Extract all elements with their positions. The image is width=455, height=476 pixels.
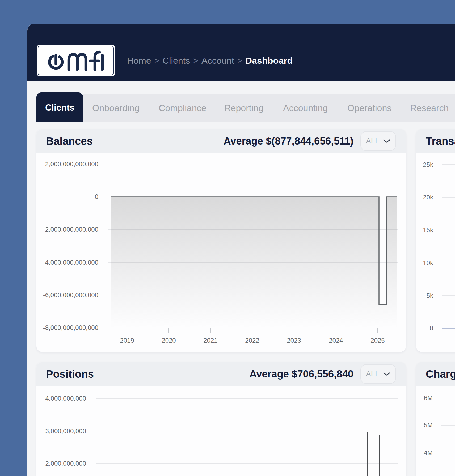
svg-text:5M: 5M [424,422,433,429]
svg-text:2022: 2022 [245,337,259,344]
svg-text:5k: 5k [427,292,433,299]
svg-text:2,000,000,000,000: 2,000,000,000,000 [45,160,98,168]
svg-text:2019: 2019 [120,337,134,344]
svg-text:0: 0 [95,193,98,200]
svg-text:-8,000,000,000,000: -8,000,000,000,000 [43,324,98,331]
svg-text:20k: 20k [423,194,433,201]
svg-text:-6,000,000,000,000: -6,000,000,000,000 [43,291,98,299]
svg-text:25k: 25k [423,161,433,168]
svg-text:2023: 2023 [287,337,301,344]
svg-text:2020: 2020 [162,337,176,344]
svg-text:2,000,000,000: 2,000,000,000 [45,460,86,467]
svg-text:2021: 2021 [203,337,217,344]
svg-text:0: 0 [430,325,433,332]
svg-text:15k: 15k [423,226,433,233]
svg-text:2025: 2025 [370,337,385,344]
svg-text:2024: 2024 [329,337,343,344]
svg-text:3,000,000,000: 3,000,000,000 [45,427,86,435]
svg-text:-4,000,000,000,000: -4,000,000,000,000 [43,259,98,266]
svg-text:4,000,000,000: 4,000,000,000 [45,395,86,402]
svg-text:10k: 10k [423,259,433,266]
svg-text:6M: 6M [424,394,433,401]
svg-text:4M: 4M [424,449,433,456]
svg-text:-2,000,000,000,000: -2,000,000,000,000 [43,226,98,233]
